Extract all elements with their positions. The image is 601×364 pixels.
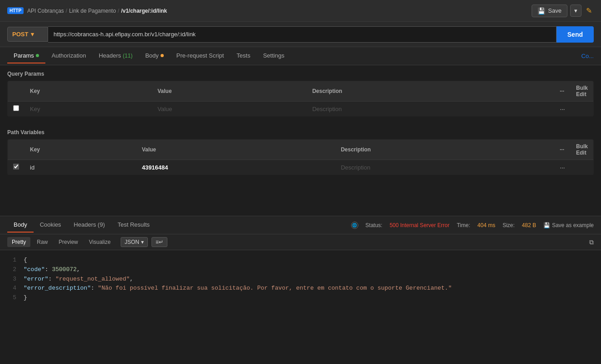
code-line-5: 5 } bbox=[7, 293, 594, 303]
qp-desc-placeholder[interactable]: Description bbox=[307, 102, 554, 116]
save-disk-icon: 💾 bbox=[537, 7, 545, 15]
tab-settings-label: Settings bbox=[263, 52, 284, 59]
size-value: 482 B bbox=[522, 222, 536, 228]
path-variables-table: Key Value Description ··· Bulk Edit id 4… bbox=[7, 139, 594, 175]
qp-key-header: Key bbox=[24, 81, 152, 102]
save-example-label: Save as example bbox=[552, 222, 594, 228]
resp-tab-test-results[interactable]: Test Results bbox=[111, 218, 156, 233]
table-row: Key Value Description ··· bbox=[8, 102, 594, 116]
qp-bulk-label[interactable]: Bulk Edit bbox=[571, 81, 594, 102]
tab-params-label: Params bbox=[14, 52, 34, 59]
qp-key-placeholder[interactable]: Key bbox=[24, 102, 152, 116]
fmt-raw-label: Raw bbox=[37, 239, 48, 245]
qp-checkbox-input[interactable] bbox=[13, 105, 19, 111]
code-key-error-desc: "error_description" bbox=[24, 285, 91, 291]
code-key-error: "error" bbox=[24, 276, 49, 282]
fmt-preview-label: Preview bbox=[59, 239, 78, 245]
resp-headers-count: 9 bbox=[100, 221, 103, 228]
fmt-visualize-label: Visualize bbox=[89, 239, 111, 245]
pv-bulk-label[interactable]: Bulk Edit bbox=[571, 140, 594, 160]
edit-button[interactable]: ✎ bbox=[584, 5, 594, 17]
code-line-1: 1 { bbox=[7, 256, 594, 265]
json-format-select[interactable]: JSON ▾ bbox=[121, 237, 148, 247]
tab-pre-request[interactable]: Pre-request Script bbox=[170, 49, 230, 63]
save-example-button[interactable]: 💾 Save as example bbox=[543, 222, 594, 228]
line-num-2: 2 bbox=[7, 265, 16, 275]
tab-tests[interactable]: Tests bbox=[230, 49, 257, 63]
pv-more-col: ··· bbox=[554, 140, 571, 160]
save-icon: 💾 bbox=[543, 222, 550, 228]
code-brace-open: { bbox=[24, 256, 27, 265]
copy-button[interactable]: ⧉ bbox=[589, 238, 594, 246]
status-label: Status: bbox=[366, 222, 382, 228]
pv-value-header: Value bbox=[137, 140, 336, 160]
qp-desc-header: Description bbox=[307, 81, 554, 102]
response-status-bar: 🌐 Status: 500 Internal Server Error Time… bbox=[351, 222, 594, 229]
pv-row-value[interactable]: 43916484 bbox=[137, 160, 336, 175]
json-label: JSON bbox=[125, 239, 139, 245]
pv-row-key[interactable]: id bbox=[24, 160, 137, 175]
code-line2-content: "code": 3500072, bbox=[24, 265, 80, 275]
fmt-raw[interactable]: Raw bbox=[32, 237, 52, 247]
tab-authorization[interactable]: Authorization bbox=[45, 49, 93, 63]
wrap-button[interactable]: ≡↵ bbox=[151, 237, 167, 247]
response-tabs: Body Cookies Headers (9) Test Results 🌐 … bbox=[0, 216, 601, 234]
globe-icon: 🌐 bbox=[351, 222, 358, 229]
pv-checkbox-header bbox=[8, 140, 25, 160]
save-dropdown-button[interactable]: ▾ bbox=[570, 5, 581, 17]
breadcrumb-item2[interactable]: Link de Pagamento bbox=[69, 8, 116, 14]
fmt-visualize[interactable]: Visualize bbox=[84, 237, 115, 247]
code-key-code: "code" bbox=[24, 266, 45, 273]
breadcrumb-item3: /v1/charge/:id/link bbox=[121, 8, 167, 14]
tab-authorization-label: Authorization bbox=[52, 52, 86, 59]
pv-row-more[interactable]: ··· bbox=[554, 160, 571, 175]
send-button[interactable]: Send bbox=[557, 26, 594, 43]
pv-key-header: Key bbox=[24, 140, 137, 160]
path-variables-title: Path Variables bbox=[7, 129, 594, 136]
tabs-bar: Params Authorization Headers (11) Body P… bbox=[0, 47, 601, 65]
save-button[interactable]: 💾 Save bbox=[532, 5, 567, 17]
qp-row-more[interactable]: ··· bbox=[554, 102, 571, 116]
resp-tab-headers[interactable]: Headers (9) bbox=[68, 218, 112, 233]
url-input[interactable] bbox=[48, 26, 557, 43]
code-line-4: 4 "error_description": "Não foi possível… bbox=[7, 284, 594, 293]
pv-row-desc[interactable]: Description bbox=[335, 160, 554, 175]
query-params-title: Query Params bbox=[7, 71, 594, 77]
tab-settings[interactable]: Settings bbox=[257, 49, 291, 63]
qp-value-placeholder[interactable]: Value bbox=[152, 102, 307, 116]
headers-badge: (11) bbox=[123, 53, 132, 59]
tab-params[interactable]: Params bbox=[7, 49, 45, 63]
resp-tab-body[interactable]: Body bbox=[7, 218, 34, 233]
table-row: id 43916484 Description ··· bbox=[8, 160, 594, 175]
code-val-error-desc: "Não foi possível finalizar sua solicita… bbox=[98, 285, 452, 291]
resp-tab-cookies[interactable]: Cookies bbox=[34, 218, 68, 233]
breadcrumb-item1[interactable]: API Cobranças bbox=[27, 8, 64, 14]
code-brace-close: } bbox=[24, 293, 27, 303]
tab-body[interactable]: Body bbox=[139, 49, 170, 63]
url-bar: POST ▾ Send bbox=[0, 22, 601, 47]
tab-headers[interactable]: Headers (11) bbox=[93, 49, 139, 63]
fmt-preview[interactable]: Preview bbox=[54, 237, 83, 247]
pv-row-checkbox[interactable] bbox=[8, 160, 25, 175]
top-bar: HTTP API Cobranças / Link de Pagamento /… bbox=[0, 0, 601, 22]
code-line-2: 2 "code": 3500072, bbox=[7, 265, 594, 275]
size-label: Size: bbox=[503, 222, 515, 228]
body-dot bbox=[161, 54, 164, 57]
qp-row-checkbox[interactable] bbox=[8, 102, 25, 116]
query-params-table: Key Value Description ··· Bulk Edit Key … bbox=[7, 81, 594, 116]
resp-tab-headers-label: Headers ( bbox=[74, 221, 100, 228]
line-num-1: 1 bbox=[7, 256, 16, 265]
pv-checkbox-input[interactable] bbox=[13, 164, 19, 170]
fmt-pretty[interactable]: Pretty bbox=[7, 237, 30, 247]
method-select[interactable]: POST ▾ bbox=[7, 27, 48, 42]
tab-right-btn[interactable]: Co... bbox=[581, 53, 594, 59]
line-num-3: 3 bbox=[7, 275, 16, 284]
json-chevron-icon: ▾ bbox=[141, 239, 144, 245]
code-line-3: 3 "error": "request_not_allowed", bbox=[7, 275, 594, 284]
line-num-5: 5 bbox=[7, 293, 16, 303]
method-chevron-icon: ▾ bbox=[31, 31, 34, 38]
response-section: Body Cookies Headers (9) Test Results 🌐 … bbox=[0, 216, 601, 350]
qp-more-col: ··· bbox=[554, 81, 571, 102]
params-area: Query Params Key Value Description ··· B… bbox=[0, 65, 601, 210]
resp-tab-test-label: Test Results bbox=[117, 221, 150, 228]
